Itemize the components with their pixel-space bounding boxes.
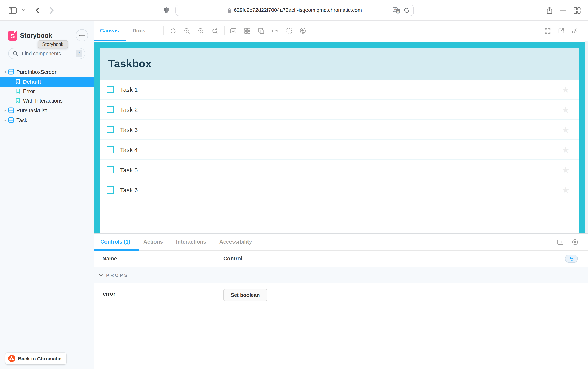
task-checkbox[interactable] bbox=[107, 186, 114, 194]
browser-share-button[interactable] bbox=[545, 0, 554, 20]
addon-panel: Controls (1) Actions Interactions Access… bbox=[94, 233, 588, 369]
url-bar[interactable]: 629fc2e72d22f7004a72acff-isgeomiqmq.chro… bbox=[175, 4, 414, 16]
translate-button[interactable]: A a bbox=[393, 7, 400, 13]
tab-controls[interactable]: Controls (1) bbox=[94, 234, 137, 250]
tree-story-error[interactable]: Error bbox=[0, 86, 94, 96]
panel-right-icons bbox=[553, 234, 582, 250]
zoom-reset-icon bbox=[212, 28, 218, 34]
brand-link[interactable]: S Storybook bbox=[8, 31, 52, 41]
control-row-error: error Set boolean bbox=[94, 283, 588, 307]
browser-privacy-shield-button[interactable] bbox=[162, 0, 170, 20]
measure-icon bbox=[272, 28, 278, 34]
remount-button[interactable] bbox=[168, 22, 178, 39]
lock-icon bbox=[227, 8, 231, 13]
task-checkbox[interactable] bbox=[107, 106, 114, 113]
tab-interactions[interactable]: Interactions bbox=[169, 234, 213, 250]
taskbox-header: Taskbox bbox=[100, 48, 579, 80]
tree-story-label: Error bbox=[23, 88, 35, 94]
reload-button[interactable] bbox=[404, 7, 410, 13]
story-tree: ▾ PureInboxScreen Default Error bbox=[0, 67, 94, 125]
reload-icon bbox=[404, 7, 410, 13]
copy-link-button[interactable] bbox=[570, 22, 580, 39]
grid-button[interactable] bbox=[242, 22, 252, 39]
task-row: Task 5 ★ bbox=[100, 160, 579, 180]
share-icon bbox=[546, 7, 553, 14]
browser-tab-overview-button[interactable] bbox=[572, 0, 582, 20]
outline-button[interactable] bbox=[284, 22, 294, 39]
task-row: Task 4 ★ bbox=[100, 140, 579, 160]
tab-actions[interactable]: Actions bbox=[137, 234, 169, 250]
zoom-reset-button[interactable] bbox=[210, 22, 220, 39]
pin-star-icon[interactable]: ★ bbox=[562, 165, 569, 174]
search-field[interactable]: / bbox=[8, 48, 85, 59]
viewport-icon bbox=[258, 28, 264, 34]
pin-star-icon[interactable]: ★ bbox=[562, 125, 569, 134]
task-label: Task 5 bbox=[120, 166, 562, 173]
browser-chrome: 629fc2e72d22f7004a72acff-isgeomiqmq.chro… bbox=[0, 0, 588, 20]
back-to-chromatic-button[interactable]: Back to Chromatic bbox=[5, 353, 66, 365]
open-canvas-new-tab-button[interactable] bbox=[556, 22, 566, 39]
task-checkbox[interactable] bbox=[107, 86, 114, 93]
zoom-out-icon bbox=[198, 28, 204, 34]
zoom-in-icon bbox=[184, 28, 190, 34]
search-shortcut-key: / bbox=[76, 50, 82, 57]
bookmark-icon bbox=[16, 98, 20, 103]
tree-item-puretasklist[interactable]: ▸ PureTaskList bbox=[0, 105, 94, 115]
task-checkbox[interactable] bbox=[107, 126, 114, 133]
browser-new-tab-button[interactable] bbox=[558, 0, 568, 20]
chevron-down-icon bbox=[21, 9, 25, 11]
sidebar-menu-button[interactable] bbox=[76, 29, 88, 41]
browser-sidebar-toggle-button[interactable] bbox=[7, 0, 19, 20]
canvas-right-gutter bbox=[585, 41, 588, 233]
props-section-header[interactable]: PROPS bbox=[94, 267, 588, 283]
panel-position-icon bbox=[557, 239, 563, 245]
tree-item-task[interactable]: ▸ Task bbox=[0, 115, 94, 125]
pin-star-icon[interactable]: ★ bbox=[562, 105, 569, 114]
column-header-control: Control bbox=[223, 256, 242, 262]
section-chevron-icon bbox=[99, 274, 103, 277]
fullscreen-button[interactable] bbox=[543, 22, 553, 39]
panel-position-button[interactable] bbox=[555, 234, 565, 250]
tree-item-label: PureTaskList bbox=[16, 107, 47, 113]
expander-right-icon[interactable]: ▸ bbox=[3, 118, 7, 122]
forward-arrow-icon bbox=[49, 7, 54, 14]
search-icon bbox=[13, 51, 18, 56]
browser-back-button[interactable] bbox=[34, 0, 40, 20]
tab-docs[interactable]: Docs bbox=[126, 20, 152, 41]
task-label: Task 3 bbox=[120, 126, 562, 133]
reset-controls-button[interactable] bbox=[565, 255, 578, 263]
task-checkbox[interactable] bbox=[107, 146, 114, 153]
translate-icon: A a bbox=[393, 7, 400, 13]
browser-forward-button[interactable] bbox=[48, 0, 55, 20]
accessibility-vision-button[interactable] bbox=[298, 22, 308, 39]
brand-tooltip: Storybook bbox=[38, 40, 68, 48]
active-panel-tab-underline bbox=[94, 249, 139, 250]
brand-title: Storybook bbox=[20, 32, 52, 39]
fullscreen-icon bbox=[545, 28, 551, 34]
pin-star-icon[interactable]: ★ bbox=[562, 185, 569, 194]
search-input[interactable] bbox=[21, 50, 76, 57]
tree-item-pureinboxscreen[interactable]: ▾ PureInboxScreen bbox=[0, 67, 94, 77]
zoom-in-button[interactable] bbox=[182, 22, 192, 39]
bookmark-icon bbox=[16, 79, 20, 84]
tab-grid-icon bbox=[573, 7, 580, 14]
close-panel-button[interactable] bbox=[570, 234, 580, 250]
expander-down-icon[interactable]: ▾ bbox=[3, 70, 7, 74]
zoom-out-button[interactable] bbox=[196, 22, 206, 39]
backgrounds-button[interactable] bbox=[228, 22, 238, 39]
pin-star-icon[interactable]: ★ bbox=[562, 145, 569, 154]
browser-sidebar-dropdown-button[interactable] bbox=[20, 0, 26, 20]
task-row: Task 2 ★ bbox=[100, 100, 579, 120]
addon-panel-tabs: Controls (1) Actions Interactions Access… bbox=[94, 234, 588, 250]
pin-star-icon[interactable]: ★ bbox=[562, 85, 569, 94]
task-checkbox[interactable] bbox=[107, 166, 114, 174]
tab-accessibility[interactable]: Accessibility bbox=[213, 234, 259, 250]
storybook-logo-icon: S bbox=[8, 31, 17, 41]
expander-right-icon[interactable]: ▸ bbox=[3, 108, 7, 112]
tree-story-default[interactable]: Default bbox=[0, 77, 94, 86]
tab-canvas[interactable]: Canvas bbox=[94, 20, 125, 41]
measure-button[interactable] bbox=[270, 22, 280, 39]
set-boolean-button[interactable]: Set boolean bbox=[223, 289, 267, 301]
viewport-button[interactable] bbox=[256, 22, 266, 39]
tree-story-with-interactions[interactable]: With Interactions bbox=[0, 96, 94, 105]
